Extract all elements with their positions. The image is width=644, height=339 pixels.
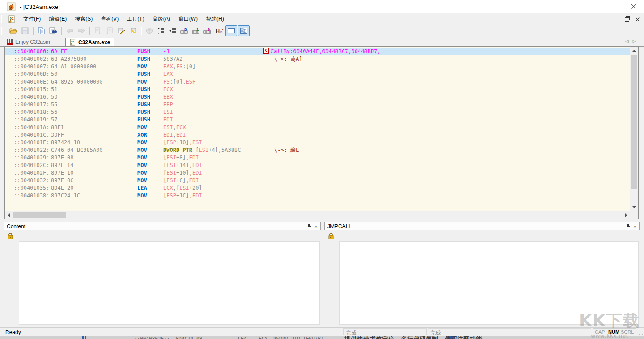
open-file-icon[interactable] — [8, 26, 19, 36]
page-demote-icon[interactable] — [93, 26, 103, 36]
menu-item-1[interactable]: 编辑(E) — [45, 13, 71, 25]
window-maximize-button[interactable] — [602, 0, 623, 13]
page-promote-icon[interactable] — [104, 26, 115, 36]
background-window-sliver: ::0040802F:: 8D4C24 08 LEA ECX, DWORD PT… — [0, 336, 644, 339]
hex-convert-icon[interactable]: H6 — [214, 26, 225, 36]
mdi-restore-icon[interactable] — [625, 17, 629, 22]
toolbar: B 1 $ H6 — [0, 25, 644, 37]
convert-prev-icon[interactable] — [127, 26, 138, 36]
background-asm-fragment: ::0040802F:: 8D4C24 08 LEA ECX, DWORD PT… — [134, 336, 324, 339]
asm-row-00401015[interactable]: ::00401015::51PUSHECX — [5, 86, 630, 93]
asm-row-00401038[interactable]: ::00401038::897C24 1CMOV[ESP+1C],EDI — [5, 192, 630, 200]
hex-view-1-icon[interactable]: 1 — [191, 26, 201, 36]
resize-grip[interactable] — [636, 329, 643, 335]
menu-item-0[interactable]: 文件(F) — [19, 13, 45, 25]
background-chinese-fragment: 提供快速书签定位、多行代码复制、代码注释功能 — [344, 336, 482, 339]
reference-comment: \->: 繪L — [274, 146, 299, 154]
horizontal-scrollbar[interactable] — [5, 211, 630, 219]
asm-row-0040101E[interactable]: ::0040101E::897424 10MOV[ESP+10],ESI — [5, 139, 630, 146]
convert-next-icon[interactable] — [116, 26, 127, 36]
line-numbers-icon[interactable] — [156, 26, 166, 36]
background-fragment — [85, 336, 86, 339]
asm-row-0040102C[interactable]: ::0040102C::897E 14MOV[ESI+14],EDI — [5, 162, 630, 169]
pin-icon[interactable] — [625, 223, 631, 229]
asm-row-00401007[interactable]: ::00401007::64:A1 00000000MOVEAX,FS:[0] — [5, 63, 630, 71]
disassembly-view[interactable]: ::00401000::6A FFPUSH-1CCallBy:0040A44E,… — [5, 48, 630, 212]
menu-item-5[interactable]: 高级(A) — [148, 13, 174, 25]
document-icon: 0 1 — [8, 15, 16, 23]
close-icon[interactable]: × — [632, 223, 638, 229]
asm-row-00401035[interactable]: ::00401035::8D4E 20LEAECX,[ESI+20] — [5, 184, 630, 192]
lock-icon[interactable] — [7, 233, 14, 240]
asm-row-0040100E[interactable]: ::0040100E::64:8925 00000000MOVFS:[0],ES… — [5, 78, 630, 86]
indent-lines-icon[interactable] — [167, 26, 178, 36]
scroll-left-icon[interactable] — [5, 211, 13, 219]
menu-item-3[interactable]: 查看(V) — [97, 13, 123, 25]
tab-enjoy-c32asm[interactable]: Enjoy C32asm — [3, 38, 54, 46]
hex-view-dollar-icon[interactable]: $ — [202, 26, 213, 36]
web-icon[interactable] — [144, 26, 155, 36]
pin-icon[interactable] — [306, 223, 312, 229]
asm-row-00401017[interactable]: ::00401017::55PUSHEBP — [5, 101, 630, 109]
svg-text:$: $ — [208, 27, 210, 32]
asm-row-00401019[interactable]: ::00401019::57PUSHEDI — [5, 116, 630, 124]
asm-row-00401029[interactable]: ::00401029::897E 08MOV[ESI+8],EDI — [5, 154, 630, 162]
c32-logo-icon — [6, 39, 13, 45]
find-icon[interactable] — [48, 26, 59, 36]
asm-row-0040101C[interactable]: ::0040101C::33FFXOREDI,EDI — [5, 131, 630, 139]
window-close-button[interactable] — [623, 0, 644, 13]
asm-row-0040100D[interactable]: ::0040100D::50PUSHEAX — [5, 71, 630, 78]
jmpcall-panel-header: JMPCALL × — [324, 222, 640, 230]
toggle-panel-layout-icon[interactable] — [238, 25, 250, 36]
asm-row-00401002[interactable]: ::00401002::68 A2375800PUSH5837A2\->: 葛A… — [5, 55, 630, 63]
disassembly-panel: ::00401000::6A FFPUSH-1CCallBy:0040A44E,… — [4, 46, 639, 219]
lock-icon[interactable] — [328, 233, 335, 240]
document-icon: 01 — [69, 39, 76, 46]
horizontal-scroll-thumb[interactable] — [13, 212, 66, 218]
toolbar-grip-handle[interactable] — [1, 27, 4, 35]
menu-item-4[interactable]: 工具(T) — [123, 13, 148, 25]
tab-scroll-right-icon[interactable]: ▷ — [632, 38, 636, 44]
asm-row-00401018[interactable]: ::00401018::56PUSHESI — [5, 109, 630, 116]
window-minimize-button[interactable] — [581, 0, 602, 13]
scroll-up-icon[interactable] — [630, 47, 638, 54]
forward-icon[interactable] — [76, 26, 87, 36]
tab-scroll-left-icon[interactable]: ◁ — [625, 38, 628, 44]
toggle-command-bar-icon[interactable] — [225, 25, 237, 36]
mdi-minimize-icon[interactable] — [615, 21, 619, 21]
tab-label: C32Asm.exe — [78, 39, 110, 46]
content-panel-header: Content × — [4, 222, 321, 230]
close-icon[interactable]: × — [313, 223, 319, 229]
menu-item-2[interactable]: 搜索(S) — [71, 13, 97, 25]
tab-label: Enjoy C32asm — [15, 39, 50, 45]
scrollbar-corner — [630, 211, 638, 219]
svg-text:0: 0 — [10, 17, 12, 20]
hex-view-b-icon[interactable]: B — [179, 26, 190, 36]
svg-text:1: 1 — [12, 17, 14, 20]
asm-row-0040102F[interactable]: ::0040102F::897E 10MOV[ESI+10],EDI — [5, 169, 630, 177]
save-icon[interactable] — [20, 26, 30, 36]
content-panel-body[interactable] — [19, 241, 320, 325]
scroll-lock-indicator: SCRL — [619, 328, 636, 335]
panel-title: Content — [7, 223, 25, 230]
mdi-close-icon[interactable] — [636, 17, 640, 21]
jmpcall-panel-body[interactable] — [339, 241, 639, 325]
svg-text:H: H — [216, 29, 220, 34]
status-pane-1: 完成 — [343, 328, 427, 335]
asm-row-0040101A[interactable]: ::0040101A::8BF1MOVESI,ECX — [5, 124, 630, 131]
scroll-down-icon[interactable] — [630, 204, 638, 211]
menubar-grip-handle[interactable] — [1, 15, 4, 23]
scroll-right-icon[interactable] — [623, 211, 630, 219]
asm-row-00401032[interactable]: ::00401032::897E 0CMOV[ESI+C],EDI — [5, 177, 630, 184]
menu-item-6[interactable]: 窗口(W) — [174, 13, 202, 25]
menu-item-7[interactable]: 帮助(H) — [202, 13, 228, 25]
tab-c32asm-exe[interactable]: 01 C32Asm.exe — [65, 38, 114, 46]
copy-icon[interactable] — [36, 26, 47, 36]
back-icon[interactable] — [64, 26, 75, 36]
vertical-scrollbar[interactable] — [630, 47, 638, 211]
title-bar: - [C32Asm.exe] — [0, 0, 644, 14]
asm-row-00401000[interactable]: ::00401000::6A FFPUSH-1CCallBy:0040A44E,… — [5, 48, 630, 55]
asm-row-00401022[interactable]: ::00401022::C746 04 BC385A00MOVDWORD PTR… — [5, 146, 630, 154]
vertical-scroll-thumb[interactable] — [631, 55, 637, 189]
asm-row-00401016[interactable]: ::00401016::53PUSHEBX — [5, 93, 630, 101]
